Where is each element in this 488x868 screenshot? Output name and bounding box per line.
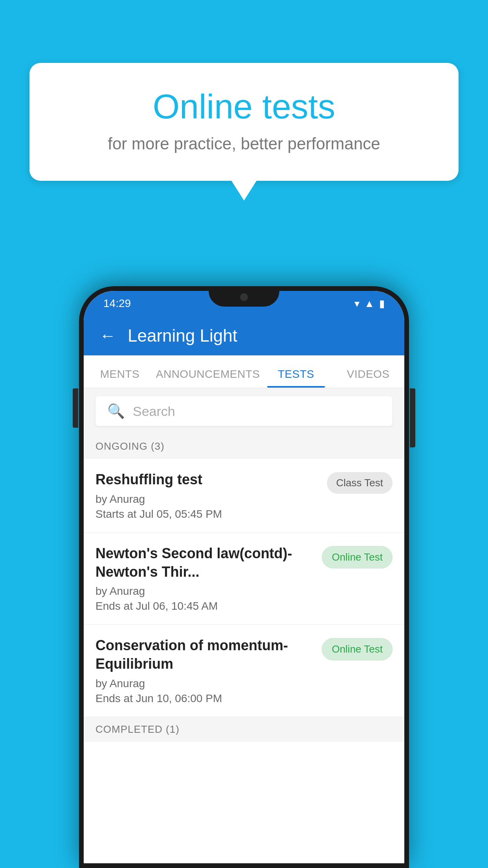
- test-list: Reshuffling test by Anurag Starts at Jul…: [84, 459, 404, 717]
- tab-tests[interactable]: TESTS: [260, 368, 332, 388]
- test-author: by Anurag: [95, 585, 314, 598]
- test-info: Conservation of momentum-Equilibrium by …: [95, 636, 314, 705]
- test-item[interactable]: Reshuffling test by Anurag Starts at Jul…: [84, 459, 404, 533]
- tab-assignments[interactable]: MENTS: [84, 368, 156, 388]
- search-bar[interactable]: 🔍 Search: [95, 396, 393, 426]
- signal-icon: ▲: [364, 298, 374, 310]
- app-bar: ← Learning Light: [84, 316, 404, 355]
- app-title: Learning Light: [128, 326, 237, 346]
- test-author: by Anurag: [95, 493, 319, 506]
- back-button[interactable]: ←: [99, 326, 116, 345]
- search-container: 🔍 Search: [84, 388, 404, 434]
- completed-section-header: COMPLETED (1): [84, 717, 404, 742]
- test-date: Ends at Jun 10, 06:00 PM: [95, 692, 314, 705]
- phone-frame: 14:29 ▾ ▲ ▮ ← Learning Light MENTS ANNOU…: [79, 286, 409, 868]
- promo-subtitle: for more practice, better performance: [61, 134, 427, 153]
- test-date: Ends at Jul 06, 10:45 AM: [95, 600, 314, 612]
- test-author: by Anurag: [95, 677, 314, 690]
- status-time: 14:29: [103, 297, 131, 310]
- test-badge: Online Test: [322, 546, 393, 568]
- promo-title: Online tests: [61, 86, 427, 127]
- camera-dot: [240, 293, 248, 301]
- search-input[interactable]: Search: [133, 404, 175, 419]
- test-name: Conservation of momentum-Equilibrium: [95, 636, 314, 673]
- notch: [209, 286, 279, 307]
- test-badge: Online Test: [322, 638, 393, 660]
- promo-card: Online tests for more practice, better p…: [29, 63, 459, 181]
- test-info: Newton's Second law(contd)-Newton's Thir…: [95, 544, 314, 613]
- status-icons: ▾ ▲ ▮: [354, 298, 385, 310]
- phone-outer: 14:29 ▾ ▲ ▮ ← Learning Light MENTS ANNOU…: [79, 286, 409, 868]
- tabs-bar: MENTS ANNOUNCEMENTS TESTS VIDEOS: [84, 355, 404, 388]
- tab-videos[interactable]: VIDEOS: [332, 368, 404, 388]
- test-name: Reshuffling test: [95, 471, 319, 489]
- ongoing-section-header: ONGOING (3): [84, 434, 404, 459]
- test-info: Reshuffling test by Anurag Starts at Jul…: [95, 471, 319, 520]
- test-name: Newton's Second law(contd)-Newton's Thir…: [95, 544, 314, 581]
- wifi-icon: ▾: [354, 298, 360, 310]
- test-item[interactable]: Newton's Second law(contd)-Newton's Thir…: [84, 533, 404, 625]
- search-icon: 🔍: [107, 403, 125, 419]
- test-item[interactable]: Conservation of momentum-Equilibrium by …: [84, 625, 404, 717]
- tab-announcements[interactable]: ANNOUNCEMENTS: [156, 368, 260, 388]
- test-date: Starts at Jul 05, 05:45 PM: [95, 508, 319, 520]
- test-badge: Class Test: [327, 472, 393, 494]
- phone-screen: 14:29 ▾ ▲ ▮ ← Learning Light MENTS ANNOU…: [84, 291, 404, 863]
- battery-icon: ▮: [379, 298, 385, 310]
